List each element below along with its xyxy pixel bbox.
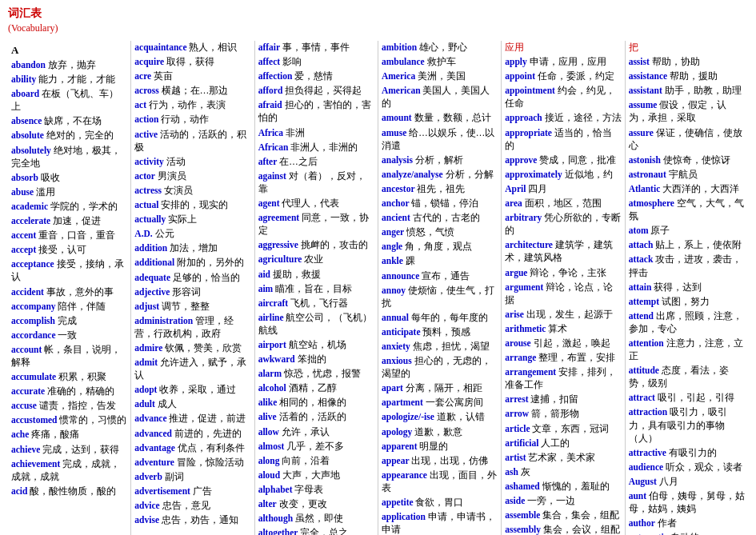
page-title: 词汇表 [8,6,748,21]
entry-announce: announce 宣布，通告 [382,269,498,282]
entry-advertisement: advertisement 广告 [134,485,250,497]
entry-accident: accident 事故，意外的事 [11,285,127,298]
entry-aircraft: aircraft 飞机，飞行器 [258,297,374,309]
entry-adverb: adverb 副词 [134,470,250,483]
entry-arithmetic: arithmetic 算术 [505,322,621,335]
column-3: affair 事，事情，事件 affect 影响 affection 爱，慈情 … [255,41,378,535]
entry-anger: anger 愤怒，气愤 [382,226,498,238]
entry-apparent: apparent 明显的 [382,440,498,453]
entry-article: article 文章，东西，冠词 [505,422,621,435]
entry-accept: accept 接受，认可 [11,243,127,256]
entry-attempt: attempt 试图，努力 [629,295,745,308]
entry-aside: aside 一旁，一边 [505,494,621,507]
entry-africa: Africa 非洲 [258,126,374,139]
entry-angle: angle 角，角度，观点 [382,240,498,253]
entry-aunt: aunt 伯母，姨母，舅母，姑母，姑妈，姨妈 [629,489,745,515]
entry-activity: activity 活动 [134,155,250,168]
entry-alcohol: alcohol 酒精，乙醇 [258,381,374,394]
entry-apply: apply 申请，应用，应用 [505,55,621,68]
entry-ashamed: ashamed 惭愧的，羞耻的 [505,480,621,493]
entry-actress: actress 女演员 [134,184,250,197]
entry-amount: amount 数量，数额，总计 [382,111,498,124]
vocabulary-columns: A abandon 放弃，抛弃 ability 能力，才能，才能 aboard … [8,41,748,535]
entry-altogether: altogether 完全，总之 [258,526,374,535]
entry-application: application 申请，申请书，申请 [382,510,498,535]
entry-actual: actual 安排的，现实的 [134,198,250,211]
entry-acquaintance: acquaintance 熟人，相识 [134,41,250,54]
entry-alive: alive 活着的，活跃的 [258,410,374,423]
entry-amuse: amuse 给…以娱乐，使…以消遣 [382,126,498,152]
entry-approve: approve 赞成，同意，批准 [505,154,621,166]
entry-assume: assume 假设，假定，认为，承担，采取 [629,98,745,124]
entry-apply-label: 应用 [505,41,621,54]
entry-administration: administration 管理，经营，行政机构，政府 [134,314,250,340]
column-6: 把 assist 帮助，协助 assistance 帮助，援助 assistan… [626,41,748,535]
entry-architecture: architecture 建筑学，建筑术，建筑风格 [505,238,621,264]
column-2: acquaintance 熟人，相识 acquire 取得，获得 acre 英亩… [131,41,254,535]
entry-agriculture: agriculture 农业 [258,253,374,266]
entry-airline: airline 航空公司，（飞机）航线 [258,311,374,337]
entry-accent: accent 重音，口音，重音 [11,229,127,242]
entry-attractive: attractive 有吸引力的 [629,446,745,459]
entry-appetite: appetite 食欲，胃口 [382,496,498,509]
entry-ba-label: 把 [629,41,745,54]
entry-allow: allow 允许，承认 [258,425,374,438]
entry-attain: attain 获得，达到 [629,281,745,293]
entry-accurate: accurate 准确的，精确的 [11,385,127,397]
entry-approximately: approximately 近似地，约 [505,168,621,181]
entry-arrange: arrange 整理，布置，安排 [505,351,621,364]
entry-ache: ache 疼痛，酸痛 [11,428,127,441]
entry-atlantic: Atlantic 大西洋的，大西洋 [629,182,745,195]
entry-alphabet: alphabet 字母表 [258,483,374,496]
entry-ancient: ancient 古代的，古老的 [382,211,498,224]
entry-automatic: automatic 自动的 [629,531,745,535]
entry-attach: attach 贴上，系上，使依附 [629,238,745,251]
entry-afford: afford 担负得起，买得起 [258,84,374,97]
entry-acceptance: acceptance 接受，接纳，承认 [11,258,127,283]
entry-accompany: accompany 陪伴，伴随 [11,300,127,313]
entry-advance: advance 推进，促进，前进 [134,412,250,425]
entry-attract: attract 吸引，引起，引得 [629,391,745,404]
section-a: A [11,44,127,57]
entry-adopt: adopt 收养，采取，通过 [134,383,250,396]
entry-agent: agent 代理人，代表 [258,197,374,210]
entry-adjective: adjective 形容词 [134,285,250,298]
entry-astronaut: astronaut 宇航员 [629,168,745,181]
entry-advice: advice 忠告，意见 [134,499,250,512]
entry-achievement: achievement 完成，成就，成就，成就 [11,457,127,483]
entry-apartment: apartment 一套公寓房间 [382,396,498,409]
entry-appropriate: appropriate 适当的，恰当的 [505,126,621,152]
entry-admire: admire 钦佩，赞美，欣赏 [134,341,250,354]
entry-across: across 横越；在…那边 [134,84,250,97]
entry-act: act 行为，动作，表演 [134,98,250,111]
entry-academic: academic 学院的，学术的 [11,200,127,213]
entry-apology: apology 道歉，歉意 [382,425,498,438]
entry-adequate: adequate 足够的，恰当的 [134,271,250,284]
entry-addition: addition 加法，增加 [134,242,250,254]
entry-arrest: arrest 逮捕，扣留 [505,393,621,405]
entry-argue: argue 辩论，争论，主张 [505,266,621,279]
entry-accuse: accuse 谴责，指控，告发 [11,399,127,412]
entry-apart: apart 分离，隔开，相距 [382,381,498,394]
entry-airport: airport 航空站，机场 [258,338,374,351]
page-header: 词汇表 (Vocabulary) [8,6,748,34]
entry-america: America 美洲，美国 [382,70,498,82]
entry-anticipate: anticipate 预料，预感 [382,325,498,338]
entry-absolutely: absolutely 绝对地，极其，完全地 [11,144,127,170]
entry-absorb: absorb 吸收 [11,171,127,184]
entry-ability: ability 能力，才能，才能 [11,73,127,86]
entry-ash: ash 灰 [505,465,621,478]
entry-accelerate: accelerate 加速，促进 [11,214,127,227]
entry-assembly: assembly 集会，会议，组配 [505,523,621,535]
entry-absence: absence 缺席，不在场 [11,114,127,127]
entry-abuse: abuse 滥用 [11,186,127,198]
entry-abandon: abandon 放弃，抛弃 [11,58,127,71]
page-subtitle: (Vocabulary) [8,22,748,34]
entry-accumulate: accumulate 积累，积聚 [11,370,127,383]
entry-advise: advise 忠告，劝告，通知 [134,513,250,526]
entry-aboard: aboard 在板（飞机、车）上 [11,87,127,113]
entry-assistance: assistance 帮助，援助 [629,70,745,82]
entry-anxious: anxious 担心的，无虑的，渴望的 [382,354,498,380]
entry-appoint: appoint 任命，委派，约定 [505,70,621,82]
entry-aggressive: aggressive 挑衅的，攻击的 [258,238,374,251]
